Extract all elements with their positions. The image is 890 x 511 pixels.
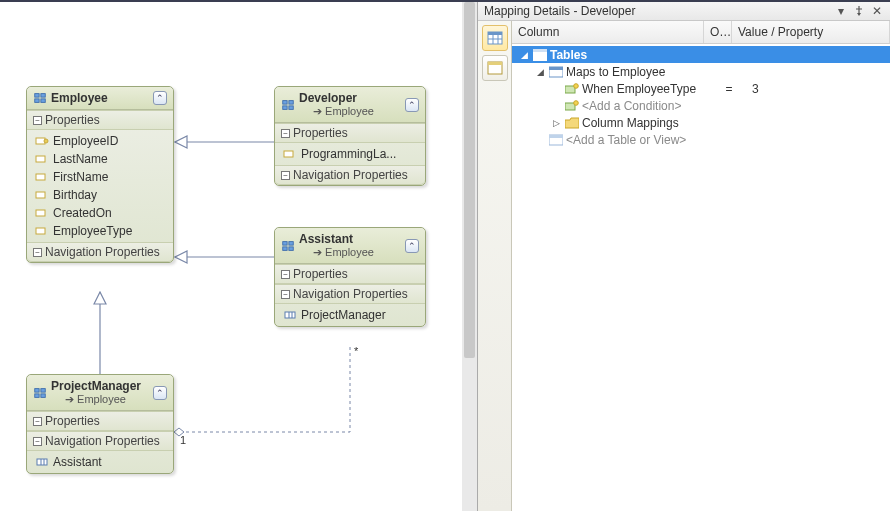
entity-icon — [33, 386, 47, 400]
grid-header-row: Column O.. Value / Property — [512, 21, 890, 44]
section-label: Properties — [293, 267, 348, 281]
add-table-placeholder: <Add a Table or View> — [566, 133, 686, 147]
tree-node-add-table[interactable]: <Add a Table or View> — [512, 131, 890, 148]
entity-icon — [281, 239, 295, 253]
tree-node-maps-to[interactable]: ◢ Maps to Employee — [512, 63, 890, 80]
diagram-canvas[interactable]: 1 * Employee ⌃ − Properties EmployeeID — [0, 2, 478, 511]
panel-titlebar[interactable]: Mapping Details - Developer ▾ ✕ — [478, 2, 890, 21]
property-item[interactable]: ProgrammingLa... — [275, 145, 425, 163]
svg-rect-12 — [36, 210, 45, 216]
svg-rect-10 — [36, 174, 45, 180]
condition-icon — [564, 82, 579, 96]
collapse-toggle-icon[interactable]: − — [33, 437, 42, 446]
property-item[interactable]: CreatedOn — [27, 204, 173, 222]
multiplicity-pm: 1 — [180, 434, 186, 446]
nav-property-item[interactable]: ProjectManager — [275, 306, 425, 324]
nav-property-item[interactable]: Assistant — [27, 453, 173, 471]
properties-header[interactable]: − Properties — [27, 411, 173, 431]
tree-node-condition[interactable]: When EmployeeType = 3 — [512, 80, 890, 97]
nav-properties-header[interactable]: − Navigation Properties — [27, 242, 173, 262]
svg-rect-19 — [283, 241, 287, 245]
condition-label: When EmployeeType — [582, 82, 696, 96]
collapse-toggle-icon[interactable]: − — [281, 171, 290, 180]
collapse-toggle-icon[interactable]: − — [33, 248, 42, 257]
svg-rect-23 — [285, 312, 295, 318]
main-container: 1 * Employee ⌃ − Properties EmployeeID — [0, 2, 890, 511]
entity-title: Employee — [51, 91, 149, 105]
tree-node-tables[interactable]: ◢ Tables — [512, 46, 890, 63]
entity-title: Assistant — [299, 232, 401, 246]
tab-tables-icon[interactable] — [482, 25, 508, 51]
property-icon — [35, 153, 49, 165]
property-icon — [35, 207, 49, 219]
collapse-toggle-icon[interactable]: − — [281, 290, 290, 299]
entity-header[interactable]: ProjectManager ➔ Employee ⌃ — [27, 375, 173, 411]
entity-title: Developer — [299, 91, 401, 105]
tables-icon — [532, 48, 547, 62]
base-type: ➔ Employee — [313, 246, 401, 259]
property-icon — [35, 225, 49, 237]
nav-properties-header[interactable]: − Navigation Properties — [275, 284, 425, 304]
entity-developer[interactable]: Developer ➔ Employee ⌃ − Properties Prog… — [274, 86, 426, 186]
column-header-column[interactable]: Column — [512, 21, 704, 43]
entity-projectmanager[interactable]: ProjectManager ➔ Employee ⌃ − Properties… — [26, 374, 174, 474]
properties-header[interactable]: − Properties — [275, 264, 425, 284]
nav-properties-header[interactable]: − Navigation Properties — [27, 431, 173, 451]
entity-header[interactable]: Developer ➔ Employee ⌃ — [275, 87, 425, 123]
svg-rect-22 — [289, 246, 293, 250]
chevron-up-icon[interactable]: ⌃ — [153, 386, 167, 400]
svg-rect-32 — [488, 62, 502, 65]
property-item[interactable]: LastName — [27, 150, 173, 168]
svg-point-8 — [44, 139, 48, 143]
condition-operator[interactable]: = — [715, 82, 743, 96]
svg-rect-5 — [35, 99, 39, 103]
mapping-tree: ◢ Tables ◢ Maps to Employee When Employe… — [512, 44, 890, 150]
tree-node-column-mappings[interactable]: ▷ Column Mappings — [512, 114, 890, 131]
property-item[interactable]: EmployeeID — [27, 132, 173, 150]
svg-rect-13 — [36, 228, 45, 234]
svg-rect-6 — [41, 99, 45, 103]
svg-point-40 — [573, 100, 578, 105]
section-label: Navigation Properties — [45, 434, 160, 448]
expand-icon[interactable]: ◢ — [519, 50, 529, 60]
collapse-toggle-icon[interactable]: − — [281, 270, 290, 279]
dropdown-icon[interactable]: ▾ — [834, 4, 848, 18]
chevron-up-icon[interactable]: ⌃ — [405, 98, 419, 112]
nav-properties-header[interactable]: − Navigation Properties — [275, 165, 425, 185]
entity-header[interactable]: Assistant ➔ Employee ⌃ — [275, 228, 425, 264]
property-icon — [283, 148, 297, 160]
entity-employee[interactable]: Employee ⌃ − Properties EmployeeID LastN… — [26, 86, 174, 263]
property-item[interactable]: Birthday — [27, 186, 173, 204]
folder-icon — [564, 116, 579, 130]
vertical-scrollbar[interactable] — [462, 2, 477, 511]
svg-rect-11 — [36, 192, 45, 198]
property-item[interactable]: FirstName — [27, 168, 173, 186]
entity-header[interactable]: Employee ⌃ — [27, 87, 173, 110]
pin-icon[interactable] — [852, 4, 866, 18]
expand-icon[interactable]: ▷ — [551, 118, 561, 128]
base-type: ➔ Employee — [313, 105, 401, 118]
chevron-up-icon[interactable]: ⌃ — [153, 91, 167, 105]
collapse-toggle-icon[interactable]: − — [33, 116, 42, 125]
tree-label: Maps to Employee — [566, 65, 665, 79]
collapse-toggle-icon[interactable]: − — [33, 417, 42, 426]
tree-node-add-condition[interactable]: <Add a Condition> — [512, 97, 890, 114]
chevron-up-icon[interactable]: ⌃ — [405, 239, 419, 253]
collapse-toggle-icon[interactable]: − — [281, 129, 290, 138]
expand-icon[interactable]: ◢ — [535, 67, 545, 77]
column-header-value[interactable]: Value / Property — [732, 21, 890, 43]
close-icon[interactable]: ✕ — [870, 4, 884, 18]
svg-rect-36 — [549, 67, 563, 70]
svg-rect-18 — [284, 151, 293, 157]
entity-assistant[interactable]: Assistant ➔ Employee ⌃ − Properties − Na… — [274, 227, 426, 327]
properties-header[interactable]: − Properties — [27, 110, 173, 130]
column-header-operator[interactable]: O.. — [704, 21, 732, 43]
properties-header[interactable]: − Properties — [275, 123, 425, 143]
mapping-details-panel: Mapping Details - Developer ▾ ✕ Column O… — [478, 2, 890, 511]
tab-functions-icon[interactable] — [482, 55, 508, 81]
svg-rect-17 — [289, 105, 293, 109]
scrollbar-thumb[interactable] — [464, 2, 475, 358]
condition-value[interactable]: 3 — [746, 82, 886, 96]
property-item[interactable]: EmployeeType — [27, 222, 173, 240]
svg-rect-26 — [35, 393, 39, 397]
